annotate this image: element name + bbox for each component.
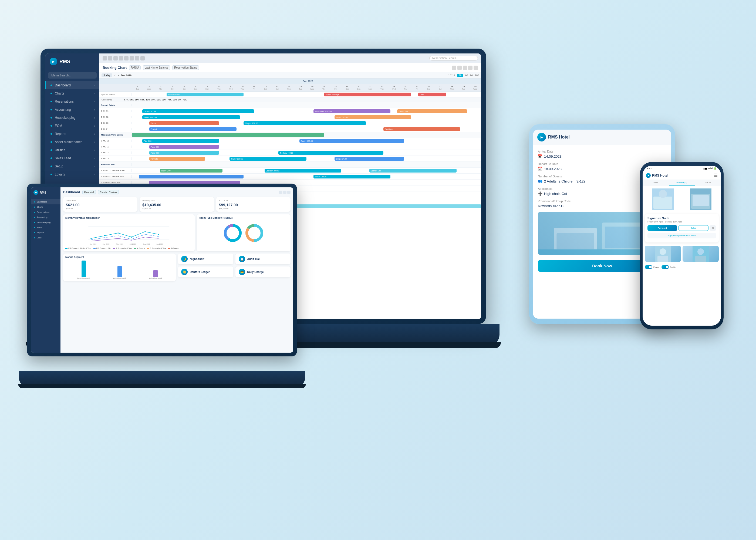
cells-e0104[interactable]: Foxtrot Davidson (132, 126, 481, 132)
cells-e0103[interactable]: Russo Magnor 750.00 (132, 120, 481, 126)
bar-e0104-2[interactable]: Foxtrot (149, 127, 237, 131)
bar-dixe[interactable]: Dixon 1141.14 (142, 109, 254, 113)
bar-paris2[interactable]: Paris 0.00 (149, 151, 219, 155)
bar-barnett[interactable]: Barnett 120 (369, 169, 457, 173)
tab-future[interactable]: Future (695, 180, 721, 186)
cells-mv04[interactable]: Farinella Parley Ent Ste Bing-d 94.00 (132, 156, 481, 162)
filter2-dropdown[interactable]: Reservation Status (172, 66, 199, 70)
toggle-switch-1[interactable] (645, 265, 652, 269)
sidebar-item-reports[interactable]: Reports › (45, 130, 99, 138)
bar-bing[interactable]: Bing-d 94.00 (334, 157, 405, 161)
today-btn[interactable]: Today (101, 73, 112, 77)
l2-item-charts[interactable]: Charts (31, 204, 61, 209)
dates-button[interactable]: Dates (678, 225, 708, 231)
cells-e0101[interactable]: Dixon 1141.14 Paramount 1625.00 Green 26… (132, 108, 481, 114)
bar-paris[interactable]: Paris 0.00 (149, 145, 219, 149)
sidebar-item-reservations[interactable]: Reservations › (45, 97, 99, 105)
cells-mv03[interactable]: Paris 0.00 Rodway 490.00 (132, 150, 481, 156)
l2-toolbar-2[interactable] (283, 191, 287, 194)
cells-special-events[interactable]: Local Festival School Holidays CHR (132, 91, 481, 97)
l2-property-dropdown[interactable]: Rancho Review (98, 190, 119, 195)
toolbar-icon-3[interactable] (113, 56, 118, 61)
l2-item-eom[interactable]: EOM (31, 225, 61, 230)
l2-item-housekeeping[interactable]: Housekeeping (31, 220, 61, 225)
toolbar-icon-4[interactable] (119, 56, 123, 61)
payment-button[interactable]: Payment (648, 225, 677, 231)
cells-ps02[interactable]: Room 140.25 (132, 174, 481, 179)
bar-parley[interactable]: Parley 495.00 (300, 139, 404, 143)
cells-mv02[interactable]: Paris 0.00 (132, 144, 481, 150)
l2-item-reservations[interactable]: Reservations (31, 209, 61, 215)
bar-local-festival[interactable]: Local Festival (167, 93, 244, 96)
phone-toggle-2[interactable]: Enable (662, 265, 676, 269)
toolbar-icon-2[interactable] (108, 56, 112, 61)
phone-menu-icon[interactable]: ☰ (714, 173, 718, 178)
bar-hardy[interactable]: Hardy 0.00 (160, 169, 223, 173)
sidebar-item-loyalty[interactable]: Loyalty › (45, 170, 99, 179)
l2-ql-audit-trail[interactable]: 📋 Audit Trail (235, 253, 291, 264)
l2-filter-dropdown[interactable]: Financial (82, 190, 96, 195)
filter1-dropdown[interactable]: Last Name Balance (143, 66, 170, 70)
bar-farinella[interactable]: Farinella (149, 157, 205, 161)
cells-sunset[interactable] (132, 102, 481, 108)
toolbar-icon-8[interactable] (140, 56, 145, 61)
bar-e0103-2[interactable]: Magnor 750.00 (244, 121, 366, 125)
bar-piro[interactable]: Piro 0.00 (142, 139, 219, 143)
l2-item-accounting[interactable]: Accounting (31, 215, 61, 220)
bar-e0103-1[interactable]: Russo (149, 121, 219, 125)
toggle-switch-2[interactable] (662, 265, 669, 269)
reservation-search-bar[interactable]: Reservation Search... (429, 56, 478, 61)
bar-foster[interactable]: Foster 525.00 (334, 115, 412, 119)
bar-reach[interactable]: Reach 1225.00 (142, 115, 240, 119)
bar-jackson[interactable]: Jackson 294.93 (265, 169, 341, 173)
bar-xmas[interactable]: CHR (418, 93, 446, 96)
l2-ql-debtors[interactable]: 📒 Debtors Ledger (178, 266, 233, 277)
sidebar-item-eom[interactable]: EOM › (45, 122, 99, 130)
toolbar-icon-5[interactable] (124, 56, 129, 61)
bar-e0104-3[interactable]: Davidson (383, 127, 460, 131)
l2-item-dashboard[interactable]: Dashboard (31, 199, 61, 204)
cells-mountain-head[interactable] (132, 132, 481, 138)
toolbar-icon-7[interactable] (135, 56, 139, 61)
bar-ps02-1[interactable] (139, 175, 244, 179)
sidebar-item-dashboard[interactable]: Dashboard › (45, 81, 99, 89)
bar-parley2[interactable]: Parley Ent Ste (229, 157, 307, 161)
phone-toggle-1[interactable]: Enable (645, 265, 659, 269)
toolbar-icon-6[interactable] (130, 56, 134, 61)
next-month-btn[interactable]: › (118, 73, 119, 77)
days-30-btn[interactable]: 30 (457, 74, 463, 77)
sidebar-item-sales-lead[interactable]: Sales Lead › (45, 154, 99, 162)
l2-ql-night-audit[interactable]: 🌙 Night Audit (178, 253, 233, 264)
tab-present[interactable]: Present (2) (669, 180, 695, 186)
cells-powered-head[interactable] (132, 162, 481, 167)
tab-past[interactable]: Past (643, 180, 669, 186)
chart-tool-5[interactable] (473, 66, 478, 70)
l2-toolbar-3[interactable] (287, 191, 291, 194)
l2-ql-daily-charge[interactable]: 💳 Daily Charge (235, 266, 291, 277)
cells-ps01[interactable]: Hardy 0.00 Jackson 294.93 Barnett 120 (132, 168, 481, 173)
prev-month-btn[interactable]: ‹ (114, 73, 116, 77)
close-button[interactable]: ✕ (709, 225, 716, 231)
bar-sm[interactable]: Green 265 (397, 109, 467, 113)
sidebar-item-accounting[interactable]: Accounting › (45, 105, 99, 114)
l2-item-reports[interactable]: Reports (31, 230, 61, 235)
sign-form-button[interactable]: Sign (DMS) Declaration Form (648, 233, 716, 238)
cells-e0102[interactable]: Reach 1225.00 Foster 525.00 (132, 114, 481, 120)
sidebar-item-utilities[interactable]: Utilities › (45, 146, 99, 154)
property-dropdown[interactable]: RMSU (129, 66, 141, 70)
menu-search[interactable]: Menu Search... (48, 72, 97, 78)
sidebar-item-asset[interactable]: Asset Maintenance › (45, 138, 99, 146)
days-90[interactable]: 90 (470, 74, 473, 77)
sidebar-item-housekeeping[interactable]: Housekeeping › (45, 114, 99, 122)
l2-toolbar-1[interactable] (279, 191, 283, 194)
chart-tool-4[interactable] (468, 66, 472, 70)
chart-tool-2[interactable] (457, 66, 462, 70)
sidebar-item-setup[interactable]: Setup › (45, 162, 99, 170)
cells-mv01[interactable]: Piro 0.00 Parley 495.00 (132, 138, 481, 144)
days-60[interactable]: 60 (465, 74, 468, 77)
days-180[interactable]: 180 (475, 74, 479, 77)
chart-tool-1[interactable] (452, 66, 456, 70)
sidebar-item-charts[interactable]: Charts › (45, 89, 99, 97)
bar-room140[interactable]: Room 140.25 (314, 175, 390, 179)
bar-mountain-head[interactable] (132, 133, 324, 137)
